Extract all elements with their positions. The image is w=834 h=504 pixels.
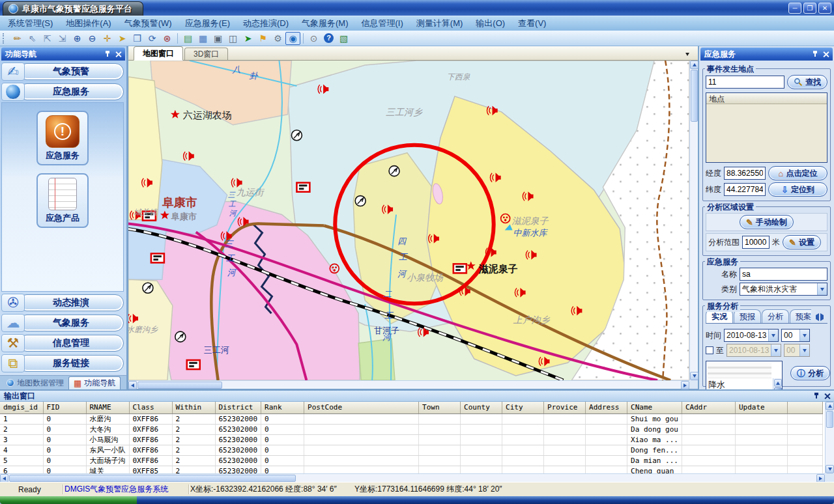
refresh-icon[interactable]: ⟳ bbox=[145, 32, 160, 45]
analyze-button[interactable]: 分析 bbox=[790, 366, 830, 380]
scroll-up-icon[interactable] bbox=[690, 61, 698, 69]
analysis-tab-4[interactable]: 预案 bbox=[790, 309, 811, 323]
restore-button[interactable]: ❐ bbox=[803, 3, 816, 14]
nav-group-bottom-1[interactable]: ✇动态推演 bbox=[1, 294, 124, 312]
print-icon[interactable]: ▣ bbox=[210, 32, 225, 45]
map-tab-1[interactable]: 地图窗口 bbox=[134, 46, 183, 61]
flag-marker-icon[interactable] bbox=[187, 360, 200, 369]
map-horizontal-scrollbar[interactable] bbox=[128, 380, 689, 389]
print-preview-icon[interactable]: ◫ bbox=[225, 32, 240, 45]
window-list-dropdown[interactable] bbox=[682, 49, 693, 59]
scrollbar-thumb[interactable] bbox=[137, 382, 222, 389]
tab-scroll-left-icon[interactable] bbox=[812, 313, 819, 321]
factor-item-1[interactable]: 降水 bbox=[706, 380, 782, 389]
column-header[interactable]: Within bbox=[172, 402, 215, 413]
dropdown-arrow-icon[interactable] bbox=[817, 283, 827, 295]
analysis-range-input[interactable] bbox=[742, 236, 769, 249]
column-header[interactable]: County bbox=[461, 402, 502, 413]
close-icon[interactable] bbox=[115, 51, 121, 57]
nav-group-bottom-3[interactable]: ⚒信息管理 bbox=[1, 334, 124, 352]
table-row[interactable]: 30小马厩沟0XFF8626523020000Xiao ma ... bbox=[0, 434, 822, 445]
pin-icon[interactable] bbox=[105, 51, 110, 57]
close-icon[interactable] bbox=[824, 393, 830, 399]
scroll-up-icon[interactable] bbox=[774, 379, 782, 387]
service-name-input[interactable] bbox=[740, 268, 827, 281]
survey-point-icon[interactable] bbox=[355, 196, 366, 206]
panel-tab-1[interactable]: 地图数据管理 bbox=[2, 376, 68, 389]
nav-group-bottom-4[interactable]: ⧉服务链接 bbox=[1, 354, 124, 372]
scrollbar-thumb[interactable] bbox=[691, 70, 698, 122]
factor-listbox[interactable]: 降水空气温度 bbox=[706, 361, 783, 389]
range-set-button[interactable]: 设置 bbox=[783, 235, 821, 249]
select-arrow-icon[interactable]: ⇖ bbox=[25, 32, 40, 45]
eye-icon[interactable]: ⊙ bbox=[306, 32, 321, 45]
minimize-button[interactable]: ─ bbox=[788, 3, 801, 14]
map-tab-2[interactable]: 3D窗口 bbox=[184, 48, 228, 60]
snapshot-icon[interactable]: ▧ bbox=[336, 32, 351, 45]
table-row[interactable]: 60城关0XFF8526523020000Cheng guan bbox=[0, 466, 822, 473]
to-date-checkbox[interactable] bbox=[706, 346, 713, 354]
menu-item-7[interactable]: 信息管理(I) bbox=[362, 18, 403, 29]
menu-item-1[interactable]: 系统管理(S) bbox=[8, 18, 53, 29]
flag-marker-icon[interactable] bbox=[296, 183, 309, 192]
scrollbar-thumb[interactable] bbox=[9, 475, 296, 482]
menu-item-5[interactable]: 动态推演(D) bbox=[243, 18, 289, 29]
column-header[interactable]: Address bbox=[586, 402, 627, 413]
globe-tool-icon[interactable]: ◉ bbox=[285, 32, 300, 45]
location-list-header[interactable]: 地点 bbox=[706, 93, 827, 104]
end-hour-select[interactable]: 00 bbox=[784, 344, 810, 357]
layers-icon[interactable]: ▤ bbox=[180, 32, 195, 45]
menu-item-10[interactable]: 查看(V) bbox=[518, 18, 546, 29]
hour-select[interactable]: 00 bbox=[781, 329, 810, 342]
event-keyword-input[interactable] bbox=[706, 76, 784, 89]
menu-item-8[interactable]: 测量计算(M) bbox=[416, 18, 463, 29]
survey-point-icon[interactable] bbox=[175, 331, 186, 342]
menu-item-6[interactable]: 气象服务(M) bbox=[302, 18, 349, 29]
latitude-input[interactable] bbox=[724, 183, 766, 196]
column-header[interactable]: RNAME bbox=[86, 402, 129, 413]
table-row[interactable]: 40东风一小队0XFF8626523020000Dong fen... bbox=[0, 445, 822, 455]
column-header[interactable]: FID bbox=[43, 402, 86, 413]
tab-scroll-right-icon[interactable] bbox=[820, 313, 827, 321]
end-date-select[interactable]: 2010-08-13 bbox=[726, 344, 781, 357]
menu-item-9[interactable]: 输出(O) bbox=[476, 18, 505, 29]
menu-item-3[interactable]: 气象预警(W) bbox=[124, 18, 172, 29]
column-header[interactable]: PostCode bbox=[304, 402, 419, 413]
help-icon[interactable]: ? bbox=[321, 32, 336, 45]
scrollbar-thumb[interactable] bbox=[774, 387, 782, 389]
survey-point-icon[interactable] bbox=[143, 283, 153, 293]
survey-point-icon[interactable] bbox=[389, 166, 399, 176]
find-button[interactable]: 查找 bbox=[787, 75, 827, 89]
locate-to-button[interactable]: 定位到 bbox=[768, 182, 827, 197]
click-locate-button[interactable]: 点击定位 bbox=[768, 166, 827, 180]
zoom-out-icon[interactable]: ⊖ bbox=[85, 32, 100, 45]
nav-group-bottom-2[interactable]: ☁气象服务 bbox=[1, 314, 124, 332]
column-header[interactable]: Class bbox=[129, 402, 172, 413]
column-header[interactable]: Town bbox=[419, 402, 461, 413]
menu-item-4[interactable]: 应急服务(E) bbox=[185, 18, 230, 29]
big-button-2[interactable]: 应急产品 bbox=[36, 173, 89, 228]
survey-point-icon[interactable] bbox=[291, 130, 302, 141]
pin-icon[interactable] bbox=[814, 393, 819, 399]
map-export-icon[interactable]: ▦ bbox=[195, 32, 210, 45]
flag-marker-icon[interactable] bbox=[453, 264, 467, 273]
column-header[interactable]: CName bbox=[627, 402, 682, 413]
column-header[interactable]: District bbox=[215, 402, 261, 413]
table-horizontal-scrollbar[interactable] bbox=[0, 473, 825, 482]
full-extent-icon[interactable]: ❒ bbox=[130, 32, 145, 45]
map-vertical-scrollbar[interactable] bbox=[689, 61, 698, 380]
select-poly-icon[interactable]: ⇲ bbox=[55, 32, 70, 45]
select-rect-icon[interactable]: ⇱ bbox=[40, 32, 55, 45]
pan-icon[interactable]: ✛ bbox=[100, 32, 115, 45]
analysis-tab-3[interactable]: 分析 bbox=[762, 309, 789, 323]
scroll-down-icon[interactable] bbox=[826, 465, 834, 473]
close-button[interactable]: ✕ bbox=[818, 3, 831, 14]
measure-icon[interactable]: ✏ bbox=[10, 32, 25, 45]
nav-group-1[interactable]: ✍气象预警 bbox=[1, 63, 124, 81]
panel-tab-2[interactable]: ▦功能导航 bbox=[68, 376, 121, 389]
column-header[interactable]: Provice bbox=[544, 402, 586, 413]
table-row[interactable]: 10水磨沟0XFF8626523020000Shui mo gou bbox=[0, 413, 822, 424]
table-row[interactable]: 50大面场子沟0XFF8626523020000Da mian ... bbox=[0, 455, 822, 466]
big-button-1[interactable]: !应急服务 bbox=[36, 111, 89, 165]
column-header[interactable]: City bbox=[502, 402, 544, 413]
